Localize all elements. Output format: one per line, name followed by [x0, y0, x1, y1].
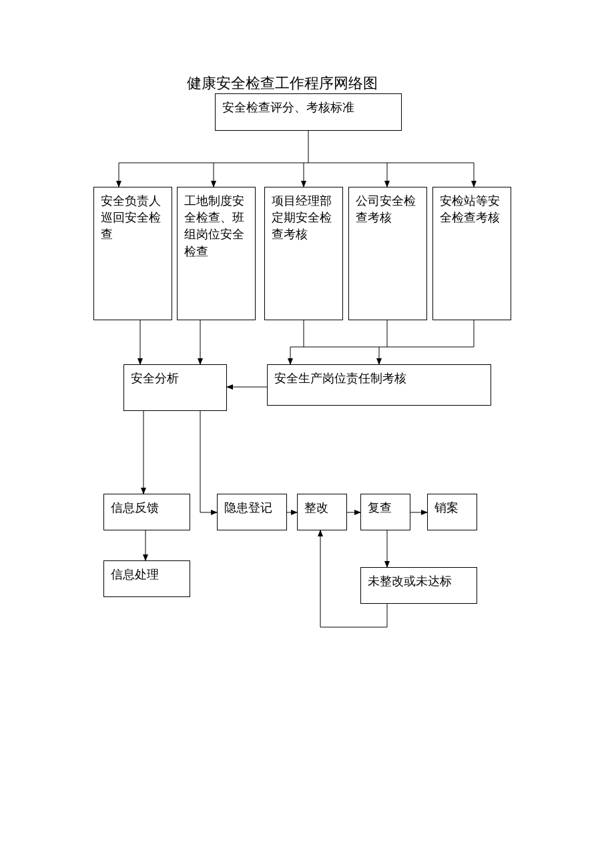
node-recheck: 复查	[360, 494, 410, 530]
node-feedback: 信息反馈	[103, 494, 190, 530]
node-notmet: 未整改或未达标	[360, 567, 477, 604]
diagram-title: 健康安全检查工作程序网络图	[187, 73, 378, 93]
node-analysis: 安全分析	[123, 364, 227, 411]
node-row1-2: 工地制度安全检查、班组岗位安全检查	[177, 187, 256, 320]
node-close: 销案	[427, 494, 477, 530]
node-top: 安全检查评分、考核标准	[215, 93, 402, 131]
node-responsibility: 安全生产岗位责任制考核	[267, 364, 491, 406]
node-process: 信息处理	[103, 560, 190, 597]
node-row1-1: 安全负责人巡回安全检查	[93, 187, 172, 320]
node-row1-5: 安检站等安全检查考核	[432, 187, 511, 320]
node-row1-3: 项目经理部定期安全检查考核	[264, 187, 343, 320]
node-rectify: 整改	[297, 494, 347, 530]
node-hazard: 隐患登记	[217, 494, 287, 530]
node-row1-4: 公司安全检查考核	[348, 187, 427, 320]
